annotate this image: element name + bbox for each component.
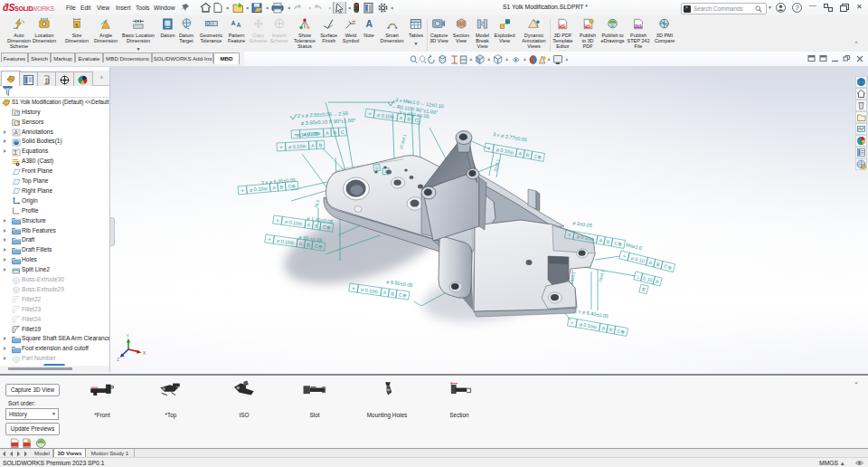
svg-text:⌖: ⌖ [241, 187, 244, 193]
svg-text:⌀ 0.10: ⌀ 0.10 [630, 255, 645, 264]
svg-text:B: B [318, 142, 322, 148]
svg-text:A: A [366, 19, 373, 29]
svg-text:⌖: ⌖ [487, 145, 491, 150]
svg-text:Z: Z [117, 357, 119, 362]
svg-text:B: B [315, 223, 319, 228]
svg-text:A: A [311, 143, 315, 148]
svg-text:A: A [382, 290, 387, 295]
svg-text:SOLID: SOLID [14, 5, 33, 12]
svg-text:C⊕: C⊕ [399, 292, 407, 299]
svg-text:⌖: ⌖ [368, 110, 372, 116]
svg-text:3 x ⌀ 2.77±0.05: 3 x ⌀ 2.77±0.05 [493, 131, 528, 143]
svg-text:B: B [609, 327, 613, 333]
svg-text:A: A [236, 22, 241, 28]
svg-text:?: ? [795, 4, 798, 12]
svg-text:⌀ 0.10Ⓜ: ⌀ 0.10Ⓜ [288, 143, 307, 149]
svg-text:A: A [399, 115, 403, 120]
svg-text:B: B [333, 129, 336, 135]
svg-text:PDF: PDF [584, 24, 591, 28]
svg-text:A: A [599, 237, 603, 243]
svg-text:ƌS: ƌS [3, 2, 14, 13]
svg-text:A: A [272, 185, 277, 190]
svg-text:31±0.1: 31±0.1 [493, 158, 501, 172]
svg-text:C⊕: C⊕ [323, 224, 331, 231]
svg-text:C⊕: C⊕ [315, 243, 323, 250]
svg-text:B: B [525, 152, 530, 158]
svg-text:97.8±0.1: 97.8±0.1 [399, 133, 407, 149]
svg-text:18±0.1: 18±0.1 [598, 269, 606, 282]
svg-text:B: B [407, 116, 411, 121]
svg-text:⌖: ⌖ [622, 253, 626, 260]
svg-text:⌖: ⌖ [279, 145, 282, 150]
svg-text:38.5: 38.5 [314, 199, 320, 208]
svg-text:5: 5 [75, 23, 78, 28]
svg-text:C⊕: C⊕ [288, 183, 296, 189]
svg-text:Max1.0: Max1.0 [626, 242, 643, 251]
svg-text:B: B [279, 184, 284, 189]
svg-text:⌀ 0.10Ⓜ: ⌀ 0.10Ⓜ [495, 147, 514, 155]
svg-text:B: B [641, 286, 646, 292]
svg-text:A: A [326, 130, 329, 136]
svg-text:STEP: STEP [635, 24, 643, 28]
svg-text:WORKS: WORKS [32, 5, 55, 12]
svg-text:⊥: ⊥ [636, 273, 641, 280]
svg-text:Σ: Σ [14, 149, 17, 156]
svg-text:⌀ 3±0.05: ⌀ 3±0.05 [572, 220, 592, 228]
svg-text:⌀ 3.50±0.10 X 90°±1.00°: ⌀ 3.50±0.10 X 90°±1.00° [301, 118, 355, 126]
svg-text:C⊕: C⊕ [617, 328, 625, 334]
svg-text:⌀ 14±0.05: ⌀ 14±0.05 [297, 131, 319, 138]
svg-text:A: A [14, 129, 18, 136]
svg-text:B: B [391, 291, 395, 296]
svg-text:C⊕: C⊕ [664, 263, 673, 271]
svg-text:A: A [648, 260, 653, 266]
svg-text:B: B [656, 262, 660, 268]
svg-text:A: A [656, 279, 660, 285]
svg-text:A: A [601, 325, 606, 331]
svg-text:⌖: ⌖ [268, 236, 271, 242]
svg-text:C⊕: C⊕ [533, 153, 542, 159]
svg-text:C: C [341, 129, 344, 135]
svg-text:⌖: ⌖ [276, 217, 279, 223]
svg-text:₿: ₿ [45, 78, 50, 84]
svg-text:⌖: ⌖ [352, 285, 355, 291]
svg-text:Y: Y [127, 333, 130, 338]
svg-text:X: X [143, 350, 146, 356]
svg-text:B: B [606, 239, 610, 245]
svg-text:⌖: ⌖ [571, 319, 574, 325]
svg-text:⌀ 0.10Ⓜ: ⌀ 0.10Ⓜ [579, 321, 598, 329]
svg-text:A: A [518, 150, 523, 157]
svg-text:A: A [231, 20, 235, 26]
svg-text:⌀ 0.10Ⓜ: ⌀ 0.10Ⓜ [250, 186, 269, 193]
svg-text:C: C [414, 118, 419, 123]
svg-text:A: A [307, 222, 311, 227]
svg-text:PDF: PDF [560, 24, 567, 28]
svg-text:⌀ 5.50±0.05: ⌀ 5.50±0.05 [386, 279, 413, 288]
svg-text:2 x ⌀ 2.50±0.05 ⌵ 2.50: 2 x ⌀ 2.50±0.05 ⌵ 2.50 [297, 110, 348, 119]
svg-text:C⊕: C⊕ [614, 240, 622, 246]
